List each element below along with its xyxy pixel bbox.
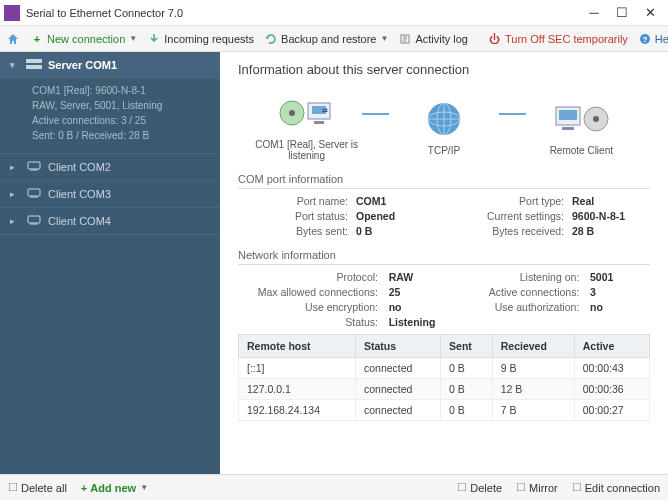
cell-recv: 7 B bbox=[492, 400, 574, 421]
cell-active: 00:00:36 bbox=[574, 379, 649, 400]
help-label: Help bbox=[655, 33, 668, 45]
th-remote-host[interactable]: Remote host bbox=[239, 335, 356, 358]
info-label: Bytes received: bbox=[454, 225, 564, 237]
incoming-requests-button[interactable]: Incoming requests bbox=[147, 32, 254, 46]
svg-text:?: ? bbox=[642, 35, 647, 44]
th-received[interactable]: Recieved bbox=[492, 335, 574, 358]
info-label: Max allowed connections: bbox=[238, 286, 378, 298]
chevron-down-icon: ▼ bbox=[129, 34, 137, 43]
cell-host: 127.0.0.1 bbox=[239, 379, 356, 400]
table-row[interactable]: 127.0.0.1 connected 0 B 12 B 00:00:36 bbox=[239, 379, 650, 400]
sidebar-item-client-com2[interactable]: ▸ Client COM2 bbox=[0, 154, 220, 181]
activity-label: Activity log bbox=[415, 33, 468, 45]
power-icon: ⏻ bbox=[488, 32, 502, 46]
incoming-icon bbox=[147, 32, 161, 46]
client-icon bbox=[26, 161, 42, 173]
sidebar-item-client-com4[interactable]: ▸ Client COM4 bbox=[0, 208, 220, 235]
table-row[interactable]: [::1] connected 0 B 9 B 00:00:43 bbox=[239, 358, 650, 379]
main: ▾ Server COM1 COM1 [Real]: 9600-N-8-1 RA… bbox=[0, 52, 668, 474]
diagram-node-label: COM1 [Real], Server is listening bbox=[252, 139, 362, 161]
info-label: Use authorization: bbox=[459, 301, 579, 313]
cell-sent: 0 B bbox=[441, 379, 493, 400]
sidebar-item-client-com3[interactable]: ▸ Client COM3 bbox=[0, 181, 220, 208]
th-sent[interactable]: Sent bbox=[441, 335, 493, 358]
info-value: COM1 bbox=[356, 195, 446, 207]
refresh-icon bbox=[264, 32, 278, 46]
info-value: Listening bbox=[389, 316, 449, 328]
cell-active: 00:00:27 bbox=[574, 400, 649, 421]
mirror-button[interactable]: ☐ Mirror bbox=[516, 481, 558, 494]
remote-client-icon bbox=[551, 97, 611, 141]
info-label: Status: bbox=[238, 316, 378, 328]
help-icon: ? bbox=[638, 32, 652, 46]
svg-point-29 bbox=[593, 116, 599, 122]
diagram-node-remote: Remote Client bbox=[526, 97, 636, 156]
add-new-button[interactable]: + Add new ▼ bbox=[81, 482, 148, 494]
detail-line: RAW, Server, 5001, Listening bbox=[32, 98, 210, 113]
diagram-node-com: ⇄ COM1 [Real], Server is listening bbox=[252, 91, 362, 161]
delete-button[interactable]: ☐ Delete bbox=[457, 481, 502, 494]
turn-off-label: Turn Off SEC temporarily bbox=[505, 33, 628, 45]
info-label: Port status: bbox=[238, 210, 348, 222]
maximize-button[interactable]: ☐ bbox=[608, 2, 636, 24]
svg-rect-6 bbox=[26, 59, 42, 63]
detail-line: Sent: 0 B / Received: 28 B bbox=[32, 128, 210, 143]
table-row[interactable]: 192.168.24.134 connected 0 B 7 B 00:00:2… bbox=[239, 400, 650, 421]
app-title: Serial to Ethernet Connector 7.0 bbox=[26, 7, 580, 19]
th-status[interactable]: Status bbox=[355, 335, 440, 358]
net-info-grid: Protocol: RAW Listening on: 5001 Max all… bbox=[238, 271, 650, 328]
sidebar-item-server-com1[interactable]: ▾ Server COM1 bbox=[0, 52, 220, 79]
minimize-button[interactable]: ─ bbox=[580, 2, 608, 24]
page-heading: Information about this server connection bbox=[238, 62, 650, 77]
edit-connection-button[interactable]: ☐ Edit connection bbox=[572, 481, 660, 494]
th-active[interactable]: Active bbox=[574, 335, 649, 358]
close-button[interactable]: ✕ bbox=[636, 2, 664, 24]
cell-host: 192.168.24.134 bbox=[239, 400, 356, 421]
detail-line: COM1 [Real]: 9600-N-8-1 bbox=[32, 83, 210, 98]
info-value: 25 bbox=[389, 286, 449, 298]
server-icon bbox=[26, 59, 42, 71]
info-value: no bbox=[389, 301, 449, 313]
plus-icon: + bbox=[81, 482, 87, 494]
sidebar-item-label: Client COM4 bbox=[48, 215, 111, 227]
backup-restore-button[interactable]: Backup and restore ▼ bbox=[264, 32, 388, 46]
info-label: Use encryption: bbox=[238, 301, 378, 313]
cell-status: connected bbox=[355, 379, 440, 400]
info-label: Port name: bbox=[238, 195, 348, 207]
table-header-row: Remote host Status Sent Recieved Active bbox=[239, 335, 650, 358]
bottombar: ☐ Delete all + Add new ▼ ☐ Delete ☐ Mirr… bbox=[0, 474, 668, 500]
cell-sent: 0 B bbox=[441, 358, 493, 379]
detail-line: Active connections: 3 / 25 bbox=[32, 113, 210, 128]
home-button[interactable] bbox=[6, 32, 20, 46]
globe-icon bbox=[414, 97, 474, 141]
info-value: 9600-N-8-1 bbox=[572, 210, 652, 222]
com-info-grid: Port name: COM1 Port type: Real Port sta… bbox=[238, 195, 650, 237]
chevron-down-icon: ▼ bbox=[140, 483, 148, 492]
log-icon bbox=[398, 32, 412, 46]
chevron-down-icon: ▼ bbox=[380, 34, 388, 43]
cell-host: [::1] bbox=[239, 358, 356, 379]
new-connection-button[interactable]: + New connection ▼ bbox=[30, 32, 137, 46]
info-label: Active connections: bbox=[459, 286, 579, 298]
info-value: 3 bbox=[590, 286, 650, 298]
turn-off-button[interactable]: ⏻ Turn Off SEC temporarily bbox=[488, 32, 628, 46]
delete-icon: ☐ bbox=[8, 481, 18, 494]
cell-status: connected bbox=[355, 400, 440, 421]
app-icon bbox=[4, 5, 20, 21]
svg-rect-12 bbox=[28, 216, 40, 223]
info-value: Real bbox=[572, 195, 652, 207]
svg-point-15 bbox=[289, 110, 295, 116]
sidebar-server-label: Server COM1 bbox=[48, 59, 117, 71]
info-label: Listening on: bbox=[459, 271, 579, 283]
diagram-node-label: TCP/IP bbox=[428, 145, 460, 156]
remote-hosts-table: Remote host Status Sent Recieved Active … bbox=[238, 334, 650, 421]
cell-active: 00:00:43 bbox=[574, 358, 649, 379]
help-button[interactable]: ? Help ▼ bbox=[638, 32, 668, 46]
svg-rect-7 bbox=[26, 65, 42, 69]
info-value: 0 B bbox=[356, 225, 446, 237]
activity-log-button[interactable]: Activity log bbox=[398, 32, 468, 46]
content: Information about this server connection… bbox=[220, 52, 668, 474]
delete-all-button[interactable]: ☐ Delete all bbox=[8, 481, 67, 494]
chevron-right-icon: ▸ bbox=[10, 189, 20, 199]
info-label: Bytes sent: bbox=[238, 225, 348, 237]
